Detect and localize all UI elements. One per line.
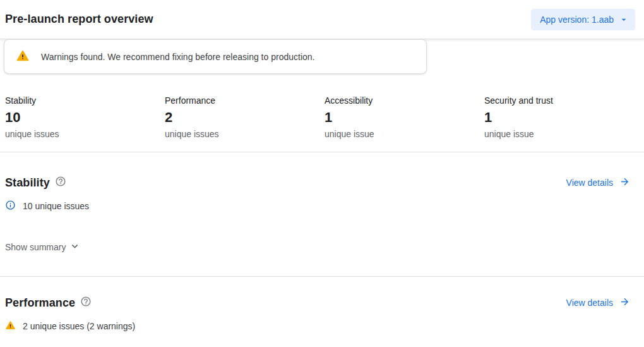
view-details-label: View details bbox=[566, 298, 613, 308]
stat-unit: unique issue bbox=[484, 129, 644, 139]
issue-summary-stats: Stability 10 unique issues Performance 2… bbox=[0, 74, 644, 152]
stat-label: Stability bbox=[5, 95, 165, 106]
warnings-banner-message: Warnings found. We recommend fixing befo… bbox=[41, 52, 314, 62]
arrow-right-icon bbox=[619, 296, 630, 309]
warnings-banner: Warnings found. We recommend fixing befo… bbox=[4, 39, 427, 74]
help-icon[interactable] bbox=[55, 176, 66, 190]
app-version-label: App version: 1.aab bbox=[540, 15, 614, 25]
stability-status-row: 10 unique issues bbox=[5, 200, 630, 212]
stat-value: 2 bbox=[165, 109, 325, 126]
stability-status-text: 10 unique issues bbox=[23, 201, 89, 211]
help-icon[interactable] bbox=[80, 296, 92, 310]
stat-unit: unique issues bbox=[165, 129, 325, 139]
page-title: Pre-launch report overview bbox=[5, 13, 153, 26]
chevron-down-icon bbox=[69, 240, 81, 254]
stat-accessibility: Accessibility 1 unique issue bbox=[325, 95, 484, 139]
stat-label: Performance bbox=[165, 95, 325, 106]
stability-section: Stability View details 10 unique issues … bbox=[0, 152, 644, 277]
stat-label: Security and trust bbox=[484, 95, 644, 106]
stat-security-and-trust: Security and trust 1 unique issue bbox=[484, 95, 644, 139]
stability-section-title: Stability bbox=[5, 176, 50, 190]
performance-section-title: Performance bbox=[5, 296, 75, 310]
warning-icon bbox=[16, 49, 30, 65]
arrow-drop-down-icon bbox=[619, 15, 629, 25]
stat-value: 1 bbox=[325, 109, 484, 126]
performance-status-text: 2 unique issues (2 warnings) bbox=[23, 321, 135, 331]
stat-value: 10 bbox=[5, 109, 165, 126]
show-summary-toggle[interactable]: Show summary bbox=[5, 240, 81, 254]
stat-unit: unique issues bbox=[5, 129, 165, 139]
performance-status-row: 2 unique issues (2 warnings) bbox=[5, 320, 630, 332]
page-header: Pre-launch report overview App version: … bbox=[0, 0, 644, 39]
stability-view-details-link[interactable]: View details bbox=[566, 176, 630, 189]
show-summary-label: Show summary bbox=[5, 242, 66, 252]
performance-view-details-link[interactable]: View details bbox=[566, 296, 630, 309]
warning-icon bbox=[5, 320, 16, 332]
stat-label: Accessibility bbox=[325, 95, 484, 106]
stat-performance: Performance 2 unique issues bbox=[165, 95, 325, 139]
stat-value: 1 bbox=[484, 109, 644, 126]
stat-unit: unique issue bbox=[325, 129, 484, 139]
app-version-dropdown[interactable]: App version: 1.aab bbox=[531, 9, 635, 30]
arrow-right-icon bbox=[619, 176, 630, 189]
info-icon bbox=[5, 200, 16, 212]
view-details-label: View details bbox=[566, 178, 613, 188]
stat-stability: Stability 10 unique issues bbox=[5, 95, 165, 139]
performance-section: Performance View details 2 unique issues… bbox=[0, 277, 644, 332]
